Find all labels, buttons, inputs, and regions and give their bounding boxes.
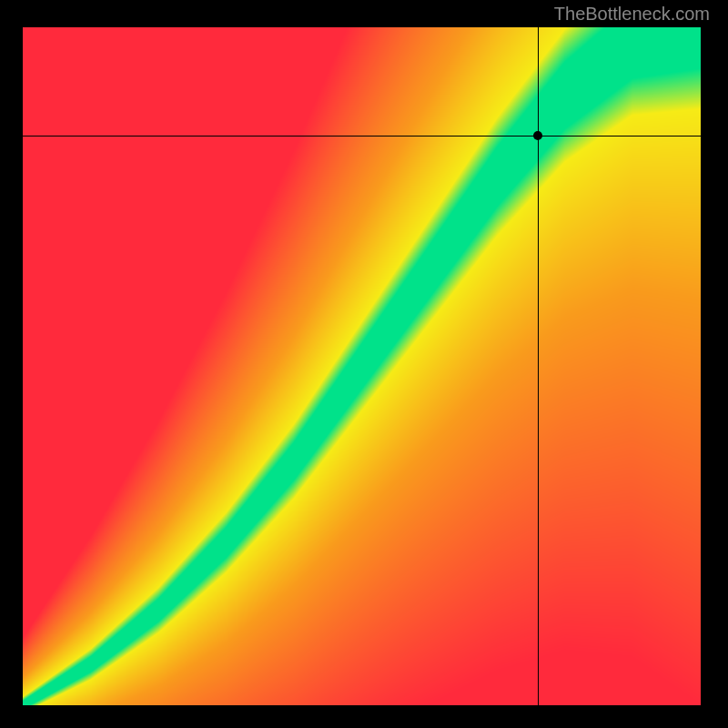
heatmap-canvas bbox=[23, 27, 701, 705]
heatmap-area bbox=[23, 27, 701, 705]
watermark-text: TheBottleneck.com bbox=[554, 4, 710, 25]
crosshair-horizontal bbox=[0, 136, 728, 136]
crosshair-vertical bbox=[538, 0, 539, 728]
selection-marker bbox=[533, 131, 542, 140]
chart-container: TheBottleneck.com bbox=[0, 0, 728, 728]
